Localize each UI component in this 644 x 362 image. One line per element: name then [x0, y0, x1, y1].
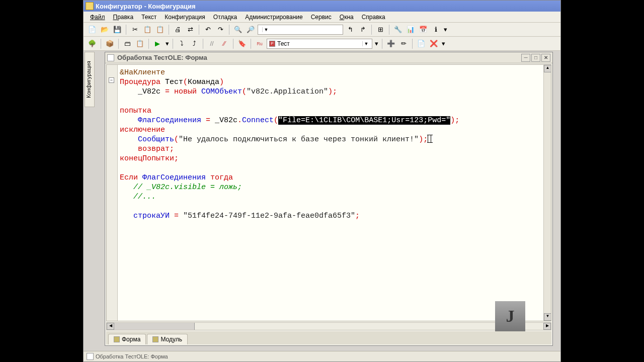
fold-minus-icon[interactable]: −	[109, 77, 114, 83]
statusbar-text: Обработка ТестOLE: Форма	[96, 353, 168, 359]
help-icon[interactable]: ℹ	[430, 24, 441, 35]
lang-icon[interactable]: Ru	[254, 38, 265, 49]
undo-icon[interactable]: ↶	[202, 24, 213, 35]
paste-icon[interactable]: 📋	[154, 24, 166, 35]
dropdown2-icon[interactable]: ▾	[374, 38, 379, 49]
vertical-scrollbar[interactable]: ▲ ▼	[543, 65, 551, 321]
tool2-icon[interactable]: 📊	[405, 24, 416, 35]
scroll-down-icon[interactable]: ▼	[544, 313, 551, 321]
status-doc-icon	[87, 353, 94, 360]
menu-edit[interactable]: Правка	[110, 13, 137, 22]
module-icon[interactable]: 📦	[104, 38, 115, 49]
run-icon[interactable]: ▶	[152, 38, 163, 49]
redo-icon[interactable]: ↷	[215, 24, 226, 35]
proc-combo-value: Тест	[277, 40, 290, 47]
search-combo[interactable]: ▼	[258, 25, 343, 35]
maximize-button[interactable]: □	[531, 54, 540, 62]
cut-icon[interactable]: ✂	[129, 24, 140, 35]
scroll-track[interactable]	[195, 323, 543, 330]
separator	[101, 39, 101, 49]
bookmark-icon[interactable]: 🔖	[236, 38, 248, 49]
scroll-up-icon[interactable]: ▲	[544, 65, 551, 72]
compare-icon[interactable]: ⇄	[185, 24, 196, 35]
window-title: Конфигуратор - Конфигурация	[96, 3, 196, 10]
menu-service[interactable]: Сервис	[307, 13, 335, 22]
statusbar: Обработка ТестOLE: Форма	[84, 351, 560, 361]
watermark-logo: J	[495, 301, 525, 331]
step2-icon[interactable]: ⤴	[189, 38, 200, 49]
separator	[199, 25, 199, 35]
step-icon[interactable]: ⤵	[176, 38, 187, 49]
scroll-thumb[interactable]	[114, 323, 195, 330]
sidetab-config[interactable]: Конфигурация	[85, 52, 95, 107]
module-tab-icon	[152, 336, 158, 342]
save-icon[interactable]: 💾	[112, 24, 123, 35]
menu-text[interactable]: Текст	[138, 13, 160, 22]
tool1-icon[interactable]: 🔧	[392, 24, 404, 35]
new-file-icon[interactable]: 📄	[87, 24, 98, 35]
document-window: Обработка ТестOLE: Форма ─ □ ✕ − &НаКлие…	[105, 52, 553, 346]
menu-config[interactable]: Конфигурация	[161, 13, 209, 22]
menu-help[interactable]: Справка	[358, 13, 389, 22]
calendar-icon[interactable]: 📅	[418, 24, 429, 35]
menu-windows[interactable]: Окна	[336, 13, 357, 22]
separator	[148, 39, 149, 49]
separator	[251, 39, 251, 49]
chevron-down-icon: ▼	[262, 27, 270, 32]
app-icon	[86, 2, 94, 10]
dropdown3-icon[interactable]: ▾	[441, 38, 446, 49]
separator	[229, 25, 229, 35]
tree-icon[interactable]: 🌳	[87, 38, 98, 49]
horizontal-scrollbar[interactable]: ◀ ▶	[106, 322, 551, 330]
toolbar-debug: 🌳 📦 🗃 📋 ▶ ▾ ⤵ ⤴ // ⁄⁄ 🔖 Ru P Тест ▼ ▾ ➕ …	[84, 37, 560, 51]
main-window: Конфигуратор - Конфигурация Файл Правка …	[83, 0, 561, 362]
separator	[203, 39, 203, 49]
find-prev-icon[interactable]: ↰	[345, 24, 356, 35]
open-file-icon[interactable]: 📂	[99, 24, 110, 35]
separator	[371, 25, 372, 35]
code-editor[interactable]: − &НаКлиенте Процедура Тест(Команда) _V8…	[106, 64, 551, 321]
find-next-icon[interactable]: ↱	[357, 24, 368, 35]
menu-admin[interactable]: Администрирование	[242, 13, 306, 22]
doc-titlebar[interactable]: Обработка ТестOLE: Форма ─ □ ✕	[105, 52, 552, 63]
menu-file[interactable]: Файл	[87, 13, 109, 22]
separator	[233, 39, 233, 49]
menu-debug[interactable]: Отладка	[210, 13, 240, 22]
separator	[126, 25, 126, 35]
zoom-icon[interactable]: 🔎	[245, 24, 256, 35]
delete-icon[interactable]: ❌	[428, 38, 439, 49]
action1-icon[interactable]: 📄	[416, 38, 427, 49]
dropdown-icon[interactable]: ▾	[443, 24, 448, 35]
separator	[412, 39, 413, 49]
db-icon[interactable]: 🗃	[122, 38, 133, 49]
print-icon[interactable]: 🖨	[172, 24, 183, 35]
find-icon[interactable]: 🔍	[232, 24, 244, 35]
separator	[118, 39, 119, 49]
scroll-left-icon[interactable]: ◀	[107, 323, 114, 330]
separator	[173, 39, 173, 49]
add-icon[interactable]: ➕	[385, 38, 396, 49]
windows-icon[interactable]: ⊞	[375, 24, 386, 35]
copy-icon[interactable]: 📋	[142, 24, 153, 35]
titlebar[interactable]: Конфигуратор - Конфигурация	[84, 1, 560, 12]
tabstrip: Форма Модуль	[106, 331, 551, 344]
doc-title-text: Обработка ТестOLE: Форма	[117, 54, 207, 61]
comment-icon[interactable]: //	[206, 38, 217, 49]
edit-icon[interactable]: ✏	[398, 38, 409, 49]
scroll-right-icon[interactable]: ▶	[543, 323, 551, 330]
minimize-button[interactable]: ─	[521, 54, 530, 62]
workspace: Конфигурация Обработка ТестOLE: Форма ─ …	[84, 51, 560, 351]
uncomment-icon[interactable]: ⁄⁄	[219, 38, 230, 49]
chevron-down-icon: ▼	[362, 41, 370, 46]
run-dropdown-icon[interactable]: ▾	[165, 38, 170, 49]
form-icon[interactable]: 📋	[134, 38, 145, 49]
separator	[169, 25, 169, 35]
toolbar-main: 📄 📂 💾 ✂ 📋 📋 🖨 ⇄ ↶ ↷ 🔍 🔎 ▼ ↰ ↱ ⊞ 🔧 📊 📅 ℹ …	[84, 23, 560, 37]
proc-combo[interactable]: P Тест ▼	[267, 39, 372, 49]
tab-form[interactable]: Форма	[108, 334, 146, 344]
text-cursor	[428, 135, 431, 143]
separator	[389, 25, 389, 35]
tab-module[interactable]: Модуль	[147, 334, 188, 344]
code-content: &НаКлиенте Процедура Тест(Команда) _V82c…	[120, 68, 543, 221]
close-button[interactable]: ✕	[541, 54, 550, 62]
